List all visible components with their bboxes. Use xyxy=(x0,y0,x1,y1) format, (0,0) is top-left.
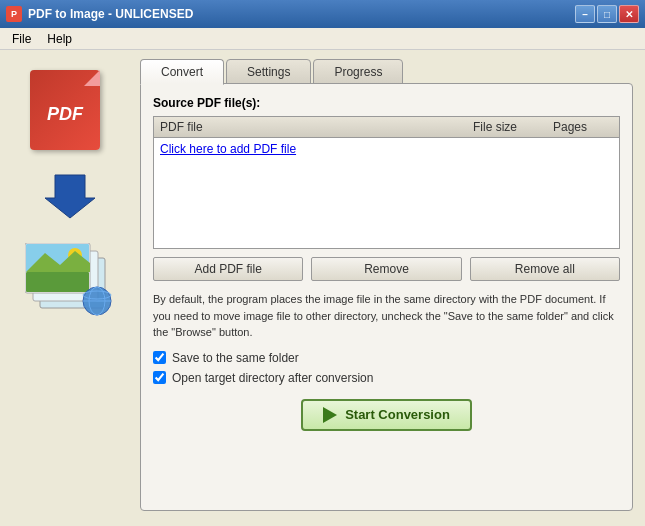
add-pdf-link[interactable]: Click here to add PDF file xyxy=(160,142,296,156)
col-pages-header: Pages xyxy=(553,120,613,134)
pdf-icon: PDF xyxy=(30,70,100,150)
close-button[interactable]: ✕ xyxy=(619,5,639,23)
start-conversion-label: Start Conversion xyxy=(345,407,450,422)
tab-convert[interactable]: Convert xyxy=(140,59,224,85)
minimize-button[interactable]: – xyxy=(575,5,595,23)
file-table: PDF file File size Pages Click here to a… xyxy=(153,116,620,249)
sidebar: PDF xyxy=(0,50,140,526)
right-panel: Convert Settings Progress Source PDF fil… xyxy=(140,50,645,526)
col-filesize-header: File size xyxy=(473,120,553,134)
maximize-button[interactable]: □ xyxy=(597,5,617,23)
help-menu[interactable]: Help xyxy=(39,30,80,48)
start-btn-area: Start Conversion xyxy=(153,399,620,431)
remove-button[interactable]: Remove xyxy=(311,257,461,281)
file-menu[interactable]: File xyxy=(4,30,39,48)
start-conversion-button[interactable]: Start Conversion xyxy=(301,399,472,431)
open-target-label: Open target directory after conversion xyxy=(172,371,373,385)
add-pdf-button[interactable]: Add PDF file xyxy=(153,257,303,281)
title-bar: P PDF to Image - UNLICENSED – □ ✕ xyxy=(0,0,645,28)
open-target-checkbox[interactable] xyxy=(153,371,166,384)
tab-progress[interactable]: Progress xyxy=(313,59,403,85)
source-section-label: Source PDF file(s): xyxy=(153,96,620,110)
app-icon: P xyxy=(6,6,22,22)
description-text: By default, the program places the image… xyxy=(153,291,620,341)
open-target-row: Open target directory after conversion xyxy=(153,371,620,385)
remove-all-button[interactable]: Remove all xyxy=(470,257,620,281)
svg-marker-0 xyxy=(45,175,95,218)
title-text: PDF to Image - UNLICENSED xyxy=(28,7,193,21)
pdf-icon-container: PDF xyxy=(30,70,110,150)
tab-settings[interactable]: Settings xyxy=(226,59,311,85)
action-buttons: Add PDF file Remove Remove all xyxy=(153,257,620,281)
main-area: PDF xyxy=(0,50,645,526)
play-icon xyxy=(323,407,337,423)
arrow-down-icon xyxy=(45,170,95,223)
svg-rect-5 xyxy=(26,272,89,292)
save-same-folder-label: Save to the same folder xyxy=(172,351,299,365)
tab-bar: Convert Settings Progress xyxy=(140,58,633,84)
save-same-folder-row: Save to the same folder xyxy=(153,351,620,365)
tab-content: Source PDF file(s): PDF file File size P… xyxy=(140,83,633,511)
col-filename-header: PDF file xyxy=(160,120,473,134)
images-icon xyxy=(25,243,115,321)
menu-bar: File Help xyxy=(0,28,645,50)
file-table-header: PDF file File size Pages xyxy=(154,117,619,138)
save-same-folder-checkbox[interactable] xyxy=(153,351,166,364)
file-table-body[interactable]: Click here to add PDF file xyxy=(154,138,619,248)
pdf-icon-text: PDF xyxy=(47,104,83,125)
